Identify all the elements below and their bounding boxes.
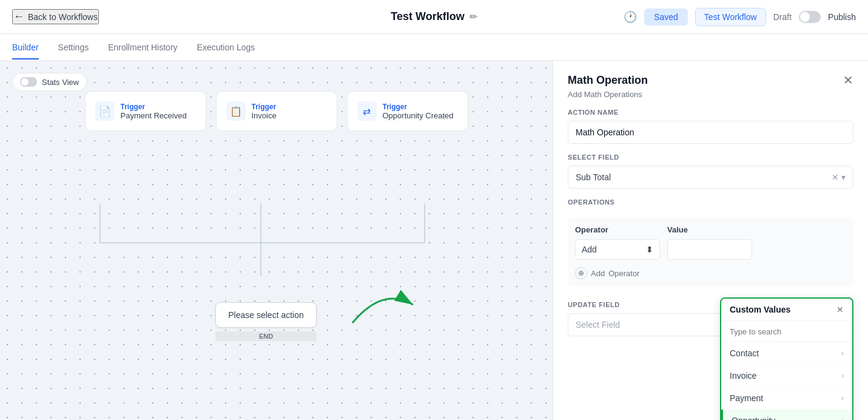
trigger-invoice-text: Trigger Invoice: [252, 103, 277, 120]
tab-execution-logs[interactable]: Execution Logs: [197, 35, 255, 59]
popup-item-opportunity-label: Opportunity: [732, 416, 775, 420]
saved-button[interactable]: Saved: [644, 8, 688, 25]
publish-label: Publish: [828, 12, 856, 22]
popup-search: [721, 321, 852, 342]
workflow-title: Test Workflow: [391, 10, 464, 23]
stats-view-label: Stats View: [42, 78, 79, 87]
arrow-indicator: [346, 274, 395, 323]
action-node-label: Please select action: [228, 310, 304, 320]
trigger-payment-text: Trigger Payment Received: [121, 103, 187, 120]
panel-close-button[interactable]: ✕: [843, 73, 853, 87]
popup-item-payment[interactable]: Payment ›: [721, 387, 852, 410]
tab-settings[interactable]: Settings: [58, 35, 89, 59]
popup-title: Custom Values: [730, 305, 790, 314]
edit-icon[interactable]: ✏: [469, 11, 477, 22]
action-name-input[interactable]: [568, 121, 853, 144]
panel-header: Math Operation ✕: [553, 61, 868, 90]
value-input[interactable]: [667, 239, 752, 260]
popup-item-opportunity[interactable]: Opportunity ›: [721, 410, 852, 420]
trigger-card-opportunity[interactable]: ⇄ Trigger Opportunity Created: [347, 91, 468, 131]
operations-header: OPERATIONS: [568, 198, 853, 211]
action-node[interactable]: Please select action END: [215, 302, 317, 341]
end-badge: END: [215, 331, 317, 341]
add-operator-button[interactable]: ⊕ Add Operator: [575, 267, 846, 279]
trigger-payment-type: Trigger: [121, 103, 187, 111]
stats-view-toggle[interactable]: Stats View: [12, 73, 87, 91]
stats-toggle-switch: [20, 77, 37, 87]
trigger-opportunity-type: Trigger: [383, 103, 454, 111]
back-arrow-icon: ←: [13, 10, 24, 23]
trigger-payment-icon: 📄: [95, 101, 115, 121]
trigger-invoice-type: Trigger: [252, 103, 277, 111]
draft-publish-toggle[interactable]: [799, 11, 821, 23]
select-field-value: Sub Total: [576, 172, 611, 182]
triggers-row: 📄 Trigger Payment Received 📋 Trigger Inv…: [0, 91, 553, 131]
operator-value: Add: [582, 245, 597, 254]
add-operator-label: Add: [591, 269, 605, 278]
payment-chevron-icon: ›: [841, 394, 844, 402]
select-field-section: SELECT FIELD Sub Total ✕ ▾: [553, 154, 868, 198]
value-col-header: Value: [667, 225, 688, 234]
add-operator-sublabel: Operator: [608, 269, 639, 278]
tab-builder[interactable]: Builder: [12, 35, 39, 59]
ops-table-header: Operator Value: [575, 225, 846, 234]
trigger-opportunity-icon: ⇄: [357, 101, 377, 121]
operator-chevron-icon: ⬍: [646, 245, 653, 254]
trigger-invoice-icon: 📋: [226, 101, 246, 121]
update-field-placeholder: Select Field: [576, 320, 620, 330]
custom-values-popup: Custom Values ✕ Contact › Invoice › Paym…: [720, 297, 853, 420]
trigger-opportunity-name: Opportunity Created: [383, 111, 454, 120]
action-box: Please select action: [215, 302, 317, 328]
popup-item-invoice[interactable]: Invoice ›: [721, 365, 852, 387]
trigger-card-payment[interactable]: 📄 Trigger Payment Received: [85, 91, 206, 131]
right-panel: Math Operation ✕ Add Math Operations ACT…: [553, 61, 868, 420]
panel-title: Math Operation: [568, 74, 648, 87]
contact-chevron-icon: ›: [841, 349, 844, 357]
trigger-opportunity-text: Trigger Opportunity Created: [383, 103, 454, 120]
panel-subtitle: Add Math Operations: [553, 90, 868, 109]
back-label: Back to Workflows: [28, 12, 98, 22]
action-name-label: ACTION NAME: [568, 109, 853, 116]
select-field-icons: ✕ ▾: [832, 172, 846, 182]
operations-bg: Operator Value Add ⬍ ⊕ Add Operator: [568, 218, 853, 286]
popup-item-invoice-label: Invoice: [730, 371, 756, 381]
history-icon[interactable]: 🕐: [624, 10, 637, 24]
action-name-section: ACTION NAME: [553, 109, 868, 154]
trigger-payment-name: Payment Received: [121, 111, 187, 120]
workflow-canvas: Stats View 📄 Trigger Payment Received: [0, 61, 553, 420]
tab-enrollment-history[interactable]: Enrollment History: [108, 35, 177, 59]
operator-select[interactable]: Add ⬍: [575, 239, 660, 260]
test-workflow-button[interactable]: Test Workflow: [695, 8, 766, 26]
ops-row: Add ⬍: [575, 239, 846, 260]
popup-search-input[interactable]: [730, 327, 844, 336]
select-field-label: SELECT FIELD: [568, 154, 853, 161]
operations-label: OPERATIONS: [568, 198, 614, 206]
invoice-chevron-icon: ›: [841, 371, 844, 380]
trigger-invoice-name: Invoice: [252, 111, 277, 120]
trigger-card-invoice[interactable]: 📋 Trigger Invoice: [216, 91, 337, 131]
operations-section: OPERATIONS Operator Value Add ⬍ ⊕ Add: [553, 198, 868, 301]
popup-item-contact[interactable]: Contact ›: [721, 342, 852, 365]
draft-label: Draft: [773, 12, 792, 22]
popup-item-contact-label: Contact: [730, 348, 759, 358]
opportunity-chevron-icon: ›: [841, 416, 844, 420]
nav-tabs: Builder Settings Enrollment History Exec…: [0, 34, 868, 61]
popup-header: Custom Values ✕: [721, 299, 852, 321]
back-to-workflows-button[interactable]: ← Back to Workflows: [12, 9, 99, 24]
select-field-dropdown[interactable]: Sub Total ✕ ▾: [568, 166, 853, 189]
popup-close-button[interactable]: ✕: [836, 305, 844, 314]
popup-item-payment-label: Payment: [730, 393, 763, 403]
add-operator-icon: ⊕: [575, 267, 587, 279]
operator-col-header: Operator: [575, 225, 660, 234]
